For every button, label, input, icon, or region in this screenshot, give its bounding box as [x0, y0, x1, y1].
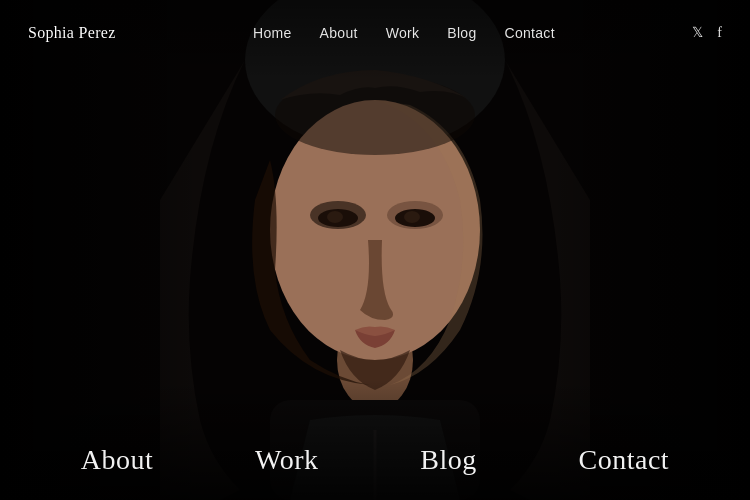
hero-container: Sophia Perez Home About Work Blog Contac… [0, 0, 750, 500]
navigation: Sophia Perez Home About Work Blog Contac… [0, 0, 750, 65]
nav-item-blog[interactable]: Blog [447, 24, 476, 42]
menu-item-blog[interactable]: Blog [420, 444, 476, 476]
facebook-icon[interactable]: f [717, 25, 722, 41]
svg-point-8 [327, 211, 343, 223]
nav-item-work[interactable]: Work [386, 24, 420, 42]
social-links: 𝕏 f [692, 24, 722, 41]
menu-item-about[interactable]: About [81, 444, 154, 476]
main-menu: About Work Blog Contact [0, 420, 750, 500]
site-logo: Sophia Perez [28, 24, 116, 42]
nav-item-contact[interactable]: Contact [505, 24, 555, 42]
nav-item-about[interactable]: About [320, 24, 358, 42]
twitter-icon[interactable]: 𝕏 [692, 24, 703, 41]
menu-item-work[interactable]: Work [255, 444, 319, 476]
svg-point-9 [404, 211, 420, 223]
menu-item-contact[interactable]: Contact [579, 444, 670, 476]
nav-links: Home About Work Blog Contact [253, 24, 555, 42]
nav-item-home[interactable]: Home [253, 24, 292, 42]
